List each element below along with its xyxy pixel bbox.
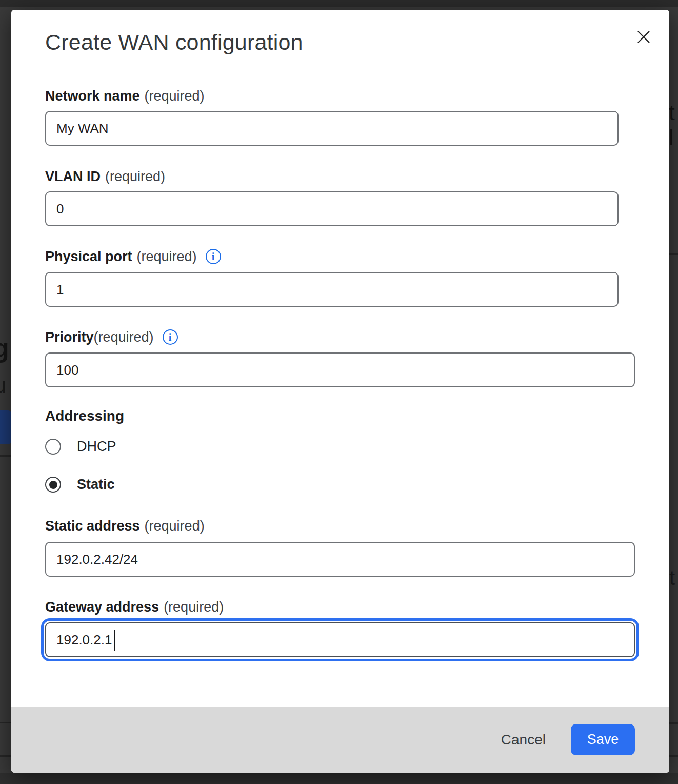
required-hint: (required) [137,249,197,265]
dialog-title: Create WAN configuration [45,30,303,55]
required-hint: (required) [94,329,154,345]
background-fragment: t [669,566,675,590]
info-icon[interactable]: i [206,249,221,264]
physical-port-label: Physical port [45,249,132,265]
addressing-heading: Addressing [45,408,124,424]
background-blue-button-fragment [0,410,11,444]
text-cursor [114,630,115,651]
background-fragment: g [0,332,9,363]
static-address-label: Static address [45,518,140,534]
create-wan-configuration-dialog: Create WAN configuration Network name (r… [11,10,669,773]
gateway-address-label: Gateway address [45,599,159,615]
static-address-label-row: Static address (required) [45,517,205,535]
vlan-id-label-row: VLAN ID (required) [45,168,165,185]
radio-selected-icon[interactable] [45,477,61,493]
network-name-label-row: Network name (required) [45,87,205,105]
background-fragment: t l [669,101,678,150]
priority-input[interactable] [45,352,635,387]
gateway-address-input[interactable] [45,622,635,657]
priority-label-row: Priority (required) i [45,328,178,346]
network-name-label: Network name [45,88,140,104]
background-table-line [0,455,11,457]
physical-port-input[interactable] [45,272,619,307]
required-hint: (required) [145,88,205,104]
required-hint: (required) [105,169,165,185]
radio-unselected-icon[interactable] [45,439,61,455]
radio-label: DHCP [77,439,116,455]
addressing-option-dhcp[interactable]: DHCP [45,439,116,455]
background-table-line [0,722,11,723]
physical-port-label-row: Physical port (required) i [45,248,221,265]
cancel-button[interactable]: Cancel [501,732,546,748]
save-button[interactable]: Save [571,724,635,755]
vlan-id-label: VLAN ID [45,169,101,185]
background-table-line [669,253,678,255]
dialog-footer: Cancel Save [11,707,669,773]
priority-label: Priority [45,329,94,345]
vlan-id-input[interactable] [45,191,619,226]
background-top-strip [0,0,678,7]
radio-label: Static [77,477,115,493]
network-name-input[interactable] [45,111,619,146]
background-fragment: u [0,373,6,398]
x-close-icon [635,29,652,45]
required-hint: (required) [164,599,224,615]
addressing-option-static[interactable]: Static [45,477,115,493]
background-table-line [669,722,678,724]
required-hint: (required) [145,518,205,534]
gateway-address-label-row: Gateway address (required) [45,598,224,616]
info-icon[interactable]: i [163,329,178,345]
close-icon[interactable] [633,26,654,48]
static-address-input[interactable] [45,542,635,577]
background-table-line [669,755,678,757]
background-bottom-strip [0,773,678,784]
background-table-line [0,755,11,757]
